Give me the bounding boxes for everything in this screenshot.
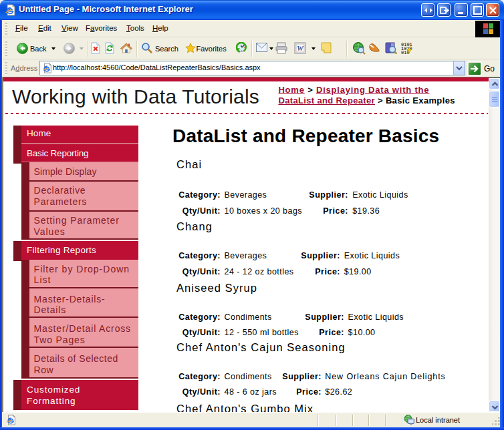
svg-text:W: W — [297, 44, 304, 52]
